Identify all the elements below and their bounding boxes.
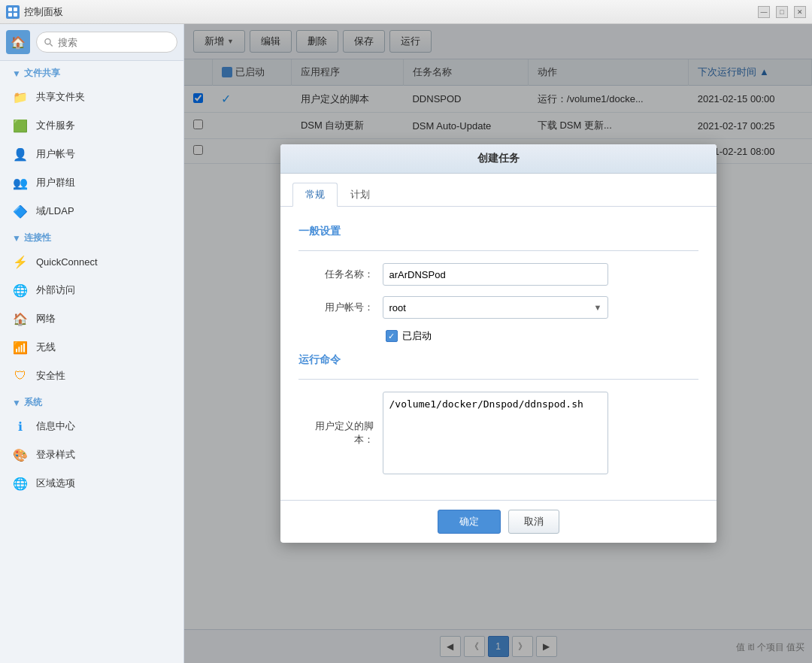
main-container: 🏠 ▼ 文件共享 📁 共享文件夹 🟩 文件服务 👤 用户帐号 👥 用户 <box>0 24 812 663</box>
home-button[interactable]: 🏠 <box>6 30 30 54</box>
user-account-row: 用户帐号： root ▼ <box>298 296 698 319</box>
quickconnect-icon: ⚡ <box>12 253 29 270</box>
user-account-select[interactable]: root <box>383 296 608 319</box>
wireless-icon: 📶 <box>12 339 29 356</box>
sidebar-item-external-access[interactable]: 🌐 外部访问 <box>0 276 183 304</box>
title-bar: 控制面板 — □ ✕ <box>0 0 812 24</box>
svg-line-5 <box>50 44 53 46</box>
section-general-settings: 一般设置 <box>298 225 698 238</box>
folder-icon: 📁 <box>12 89 29 105</box>
window-controls: — □ ✕ <box>758 6 806 18</box>
window-title: 控制面板 <box>24 5 63 19</box>
modal-title: 创建任务 <box>477 152 520 164</box>
section-divider-1 <box>298 250 698 251</box>
modal-header: 创建任务 <box>280 144 717 174</box>
modal-footer: 确定 取消 <box>280 500 717 543</box>
enabled-label: 已启动 <box>402 329 432 343</box>
chevron-down-icon: ▼ <box>12 398 21 408</box>
sidebar-item-label: 用户帐号 <box>36 147 75 161</box>
sidebar-item-label: 安全性 <box>36 369 65 383</box>
section-divider-2 <box>298 379 698 380</box>
app-icon <box>6 5 20 19</box>
sidebar-item-label: 区域选项 <box>36 477 75 490</box>
task-name-input[interactable] <box>383 263 608 286</box>
title-bar-left: 控制面板 <box>6 5 63 19</box>
sidebar-item-shared-folders[interactable]: 📁 共享文件夹 <box>0 83 183 111</box>
maximize-button[interactable]: □ <box>776 6 788 18</box>
modal-overlay: 创建任务 常规 计划 一般设置 任务名称： <box>184 24 812 663</box>
sidebar-item-login-style[interactable]: 🎨 登录样式 <box>0 440 183 469</box>
create-task-modal: 创建任务 常规 计划 一般设置 任务名称： <box>280 144 717 543</box>
search-input[interactable] <box>58 37 169 48</box>
enabled-checkbox[interactable]: ✓ <box>386 330 398 342</box>
sidebar-item-label: 信息中心 <box>36 419 75 433</box>
search-icon <box>44 38 53 47</box>
user-account-label: 用户帐号： <box>298 301 374 314</box>
chevron-down-icon: ▼ <box>12 233 21 244</box>
sidebar-item-label: 外部访问 <box>36 283 75 297</box>
group-icon: 👥 <box>12 174 29 191</box>
login-style-icon: 🎨 <box>12 447 29 463</box>
sidebar-item-network[interactable]: 🏠 网络 <box>0 304 183 333</box>
svg-rect-1 <box>14 8 17 11</box>
section-label: 连接性 <box>24 232 51 244</box>
enabled-checkbox-wrapper[interactable]: ✓ 已启动 <box>386 329 432 343</box>
section-label: 文件共享 <box>24 67 60 80</box>
minimize-button[interactable]: — <box>758 6 770 18</box>
chevron-down-icon: ▼ <box>12 68 21 79</box>
sidebar-item-label: QuickConnect <box>36 256 98 268</box>
sidebar-item-label: 用户群组 <box>36 176 75 189</box>
sidebar-item-regional[interactable]: 🌐 区域选项 <box>0 469 183 498</box>
ok-button[interactable]: 确定 <box>438 510 501 534</box>
info-icon: ℹ <box>12 418 29 434</box>
user-icon: 👤 <box>12 146 29 162</box>
sidebar: 🏠 ▼ 文件共享 📁 共享文件夹 🟩 文件服务 👤 用户帐号 👥 用户 <box>0 24 184 663</box>
section-system: ▼ 系统 <box>0 390 183 412</box>
user-script-textarea[interactable]: /volume1/docker/Dnspod/ddnspod.sh <box>383 392 608 474</box>
ldap-icon: 🔷 <box>12 203 29 219</box>
user-account-select-wrapper: root ▼ <box>383 296 608 319</box>
svg-rect-2 <box>8 13 12 17</box>
svg-rect-0 <box>8 8 12 11</box>
task-name-label: 任务名称： <box>298 268 374 281</box>
sidebar-item-ldap[interactable]: 🔷 域/LDAP <box>0 197 183 226</box>
content-area: 新增 ▼ 编辑 删除 保存 运行 <box>184 24 812 663</box>
section-label: 系统 <box>24 396 42 409</box>
external-access-icon: 🌐 <box>12 282 29 298</box>
sidebar-item-label: 共享文件夹 <box>36 90 85 104</box>
sidebar-item-info-center[interactable]: ℹ 信息中心 <box>0 412 183 440</box>
sidebar-item-label: 域/LDAP <box>36 204 74 218</box>
sidebar-top: 🏠 <box>0 24 183 61</box>
enabled-row: ✓ 已启动 <box>386 329 698 343</box>
network-icon: 🏠 <box>12 310 29 327</box>
tab-general[interactable]: 常规 <box>292 183 338 207</box>
task-name-row: 任务名称： <box>298 263 698 286</box>
sidebar-item-security[interactable]: 🛡 安全性 <box>0 362 183 390</box>
sidebar-item-label: 文件服务 <box>36 119 75 132</box>
section-connectivity: ▼ 连接性 <box>0 226 183 247</box>
user-script-row: 用户定义的脚本： /volume1/docker/Dnspod/ddnspod.… <box>298 392 698 474</box>
user-script-label: 用户定义的脚本： <box>298 419 374 447</box>
sidebar-item-user-account[interactable]: 👤 用户帐号 <box>0 140 183 168</box>
tab-schedule[interactable]: 计划 <box>338 183 383 206</box>
section-run-command: 运行命令 <box>298 353 698 367</box>
sidebar-item-label: 无线 <box>36 341 56 354</box>
sidebar-item-label: 网络 <box>36 312 56 325</box>
cancel-button[interactable]: 取消 <box>508 510 559 534</box>
modal-tabs: 常规 计划 <box>280 174 717 207</box>
sidebar-item-wireless[interactable]: 📶 无线 <box>0 333 183 362</box>
close-button[interactable]: ✕ <box>794 6 806 18</box>
svg-rect-3 <box>14 13 17 17</box>
regional-icon: 🌐 <box>12 475 29 492</box>
section-file-sharing: ▼ 文件共享 <box>0 61 183 83</box>
sidebar-item-label: 登录样式 <box>36 448 75 462</box>
modal-body: 一般设置 任务名称： 用户帐号： root <box>280 207 717 500</box>
file-services-icon: 🟩 <box>12 117 29 134</box>
sidebar-item-file-services[interactable]: 🟩 文件服务 <box>0 111 183 140</box>
sidebar-item-user-groups[interactable]: 👥 用户群组 <box>0 168 183 197</box>
search-box[interactable] <box>36 32 177 53</box>
svg-point-4 <box>45 38 50 44</box>
security-icon: 🛡 <box>12 368 29 384</box>
sidebar-item-quickconnect[interactable]: ⚡ QuickConnect <box>0 247 183 276</box>
